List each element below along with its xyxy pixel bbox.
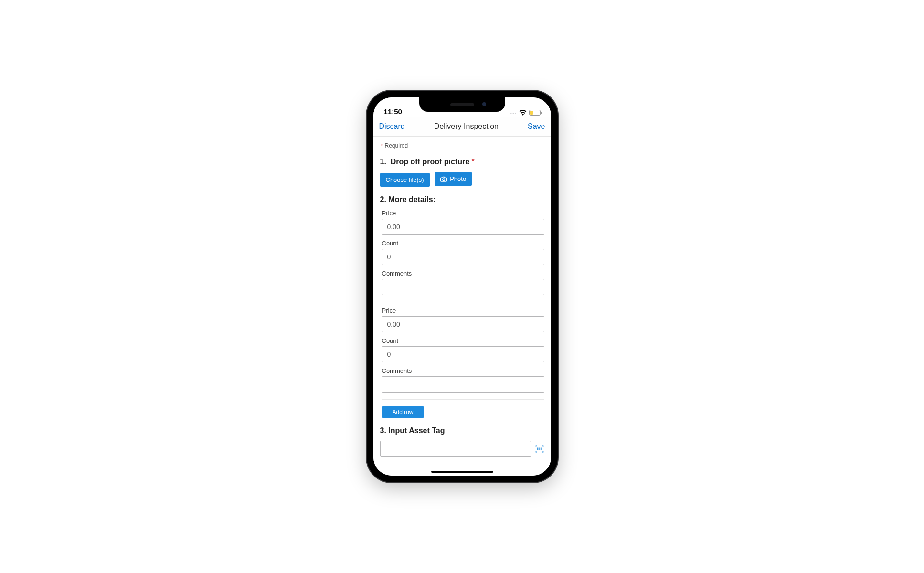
count-input[interactable]: [382, 249, 544, 265]
choose-files-button[interactable]: Choose file(s): [380, 173, 430, 187]
comments-input[interactable]: [382, 279, 544, 295]
count-input[interactable]: [382, 346, 544, 362]
form-content[interactable]: * Required 1. Drop off proof picture * C…: [373, 137, 551, 476]
phone-screen: 11:50 •••• Discard Delivery Inspection S…: [373, 97, 551, 476]
wifi-icon: [519, 110, 527, 116]
save-button[interactable]: Save: [528, 122, 545, 131]
detail-row: Price Count Comments: [382, 210, 544, 302]
discard-button[interactable]: Discard: [379, 122, 405, 131]
required-asterisk: *: [472, 158, 475, 166]
photo-label: Photo: [450, 175, 466, 182]
comments-input[interactable]: [382, 376, 544, 393]
price-input[interactable]: [382, 316, 544, 332]
page-title: Delivery Inspection: [434, 122, 499, 131]
question-3-title: 3. Input Asset Tag: [380, 426, 544, 435]
camera-icon: [440, 176, 447, 182]
price-label: Price: [382, 210, 544, 217]
phone-notch: [419, 97, 505, 112]
cellular-dots-icon: ••••: [510, 111, 517, 115]
battery-icon: [529, 110, 541, 116]
q3-row: [380, 441, 544, 457]
q3-text: Input Asset Tag: [388, 426, 445, 435]
q1-number: 1.: [380, 158, 386, 166]
phone-frame: 11:50 •••• Discard Delivery Inspection S…: [367, 91, 558, 482]
barcode-scan-icon[interactable]: [535, 444, 544, 454]
nav-bar: Discard Delivery Inspection Save: [373, 117, 551, 137]
comments-label: Comments: [382, 270, 544, 277]
svg-point-1: [443, 178, 445, 180]
home-indicator[interactable]: [431, 471, 493, 473]
q1-text: Drop off proof picture: [391, 158, 469, 166]
q2-text: More details:: [388, 195, 435, 203]
asset-tag-input[interactable]: [380, 441, 531, 457]
q2-group: Price Count Comments Price Count Comment…: [380, 210, 544, 418]
photo-button[interactable]: Photo: [435, 172, 472, 186]
required-note: * Required: [381, 142, 544, 149]
status-right: ••••: [510, 110, 541, 116]
required-label: Required: [385, 142, 408, 149]
status-time: 11:50: [384, 107, 402, 116]
q3-number: 3.: [380, 426, 386, 435]
count-label: Count: [382, 337, 544, 344]
price-input[interactable]: [382, 219, 544, 235]
comments-label: Comments: [382, 367, 544, 374]
price-label: Price: [382, 307, 544, 314]
detail-row: Price Count Comments: [382, 307, 544, 400]
question-1-title: 1. Drop off proof picture *: [380, 158, 544, 166]
choose-files-label: Choose file(s): [386, 176, 424, 183]
count-label: Count: [382, 240, 544, 247]
q2-number: 2.: [380, 195, 386, 203]
question-2-title: 2. More details:: [380, 195, 544, 204]
add-row-button[interactable]: Add row: [382, 406, 424, 418]
